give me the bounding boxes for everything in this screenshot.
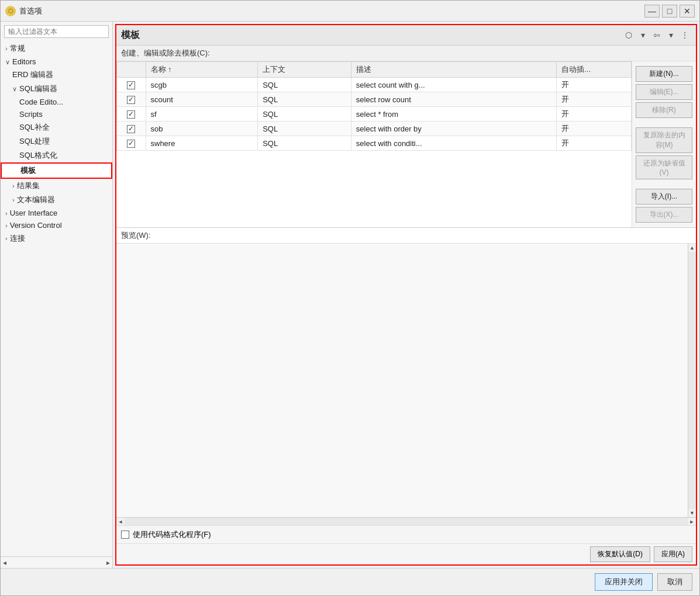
row-context-0: SQL xyxy=(258,78,351,92)
sidebar-item-sql-format[interactable]: SQL格式化 xyxy=(1,148,112,162)
checkbox-icon-2[interactable] xyxy=(127,110,135,119)
preview-label: 预览(W): xyxy=(116,228,696,244)
row-context-2: SQL xyxy=(258,107,351,122)
col-header-name[interactable]: 名称 ↑ xyxy=(146,62,258,78)
import-button[interactable]: 导入(I)... xyxy=(636,189,692,205)
preview-section: 预览(W): ▲ ▼ ◄ ► xyxy=(116,228,696,525)
remove-button[interactable]: 移除(R) xyxy=(636,102,692,118)
restore-removed-button[interactable]: 复原除去的内容(M) xyxy=(636,127,692,153)
sidebar-item-connection[interactable]: ›连接 xyxy=(1,231,112,245)
col-header-context[interactable]: 上下文 xyxy=(258,62,351,78)
toolbar-back-button[interactable]: ⇦ xyxy=(650,29,663,41)
restore-default-bar-button[interactable]: 恢复默认值(D) xyxy=(590,546,650,562)
template-table: 名称 ↑ 上下文 描述 自动插... scgb SQL xyxy=(116,61,632,151)
cancel-button[interactable]: 取消 xyxy=(657,573,692,591)
restore-bar: 恢复默认值(D) 应用(A) xyxy=(116,543,696,564)
sidebar-item-code-editor[interactable]: Code Edito... xyxy=(1,96,112,108)
row-desc-4: select with conditi... xyxy=(351,136,556,151)
row-checkbox-2[interactable] xyxy=(117,107,146,122)
row-auto-4: 开 xyxy=(557,136,632,151)
sidebar-bottom: ◂ ▸ xyxy=(1,556,112,568)
scroll-track-v xyxy=(688,252,696,509)
table-row[interactable]: sf SQL select * from 开 xyxy=(117,107,632,122)
sidebar: ›常规∨EditorsERD 编辑器∨SQL编辑器Code Edito...Sc… xyxy=(1,22,113,568)
window-controls: — □ ✕ xyxy=(644,5,695,18)
scroll-up-arrow[interactable]: ▲ xyxy=(688,244,696,252)
buttons-panel: 新建(N)... 编辑(E)... 移除(R) 复原除去的内容(M) 还原为缺省… xyxy=(632,61,696,227)
format-code-checkbox[interactable] xyxy=(121,531,129,539)
sidebar-item-scripts[interactable]: Scripts xyxy=(1,108,112,120)
col-header-desc[interactable]: 描述 xyxy=(351,62,556,78)
bottom-bar: 应用并关闭 取消 xyxy=(1,568,699,595)
col-header-check xyxy=(117,62,146,78)
checkbox-icon-4[interactable] xyxy=(127,140,135,148)
checkbox-icon-3[interactable] xyxy=(127,125,135,133)
template-section: 创建、编辑或除去模板(C): 名称 ↑ 上下文 描述 自动插... xyxy=(116,46,696,228)
apply-close-button[interactable]: 应用并关闭 xyxy=(595,573,653,591)
row-checkbox-3[interactable] xyxy=(117,122,146,136)
scroll-left-h-arrow[interactable]: ◄ xyxy=(116,518,125,526)
row-auto-3: 开 xyxy=(557,122,632,136)
sidebar-item-erd-editor[interactable]: ERD 编辑器 xyxy=(1,68,112,82)
row-checkbox-4[interactable] xyxy=(117,136,146,151)
scroll-left-arrow[interactable]: ◂ xyxy=(3,559,6,567)
close-button[interactable]: ✕ xyxy=(680,5,695,18)
scroll-down-arrow[interactable]: ▼ xyxy=(688,509,696,517)
sidebar-item-version-control[interactable]: ›Version Control xyxy=(1,219,112,231)
toolbar-pin-dropdown[interactable]: ▾ xyxy=(636,29,649,41)
panel-toolbar: ⬡ ▾ ⇦ ▾ ⋮ xyxy=(622,29,691,41)
filter-input[interactable] xyxy=(4,25,109,38)
row-checkbox-0[interactable] xyxy=(117,78,146,92)
template-table-wrapper: 名称 ↑ 上下文 描述 自动插... scgb SQL xyxy=(116,61,632,227)
col-header-auto[interactable]: 自动插... xyxy=(557,62,632,78)
edit-button[interactable]: 编辑(E)... xyxy=(636,84,692,100)
scroll-track-h xyxy=(125,518,688,525)
row-context-4: SQL xyxy=(258,136,351,151)
preview-content-wrapper: ▲ ▼ xyxy=(116,244,696,517)
minimize-button[interactable]: — xyxy=(644,5,660,18)
preview-scrollbar-h: ◄ ► xyxy=(116,517,696,525)
window-title: 首选项 xyxy=(19,6,644,16)
toolbar-back-dropdown[interactable]: ▾ xyxy=(664,29,677,41)
row-checkbox-1[interactable] xyxy=(117,92,146,107)
section-label: 创建、编辑或除去模板(C): xyxy=(116,46,696,61)
table-row[interactable]: sob SQL select with order by 开 xyxy=(117,122,632,136)
checkbox-icon-1[interactable] xyxy=(127,96,135,104)
table-row[interactable]: scgb SQL select count with g... 开 xyxy=(117,78,632,92)
row-context-1: SQL xyxy=(258,92,351,107)
row-auto-2: 开 xyxy=(557,107,632,122)
dialog-body: ›常规∨EditorsERD 编辑器∨SQL编辑器Code Edito...Sc… xyxy=(1,22,699,568)
row-auto-0: 开 xyxy=(557,78,632,92)
sidebar-item-sql-editor[interactable]: ∨SQL编辑器 xyxy=(1,82,112,96)
preview-scrollbar-v: ▲ ▼ xyxy=(688,244,696,517)
sidebar-item-template[interactable]: 模板 xyxy=(1,162,112,179)
new-button[interactable]: 新建(N)... xyxy=(636,66,692,82)
restore-default-button[interactable]: 还原为缺省值(V) xyxy=(636,155,692,179)
format-code-label: 使用代码格式化程序(F) xyxy=(133,529,211,540)
sidebar-item-user-interface[interactable]: ›User Interface xyxy=(1,207,112,219)
table-row[interactable]: swhere SQL select with conditi... 开 xyxy=(117,136,632,151)
apply-bar-button[interactable]: 应用(A) xyxy=(654,546,692,562)
toolbar-more-button[interactable]: ⋮ xyxy=(678,29,691,41)
sidebar-item-sql-complete[interactable]: SQL补全 xyxy=(1,120,112,134)
dialog-window: ⬡ 首选项 — □ ✕ ›常规∨EditorsERD 编辑器∨SQL编辑器Cod… xyxy=(0,0,700,596)
export-button[interactable]: 导出(X)... xyxy=(636,207,692,223)
sidebar-item-general[interactable]: ›常规 xyxy=(1,41,112,56)
sidebar-item-result-set[interactable]: ›结果集 xyxy=(1,179,112,193)
toolbar-pin-button[interactable]: ⬡ xyxy=(622,29,635,41)
preview-content[interactable] xyxy=(116,244,688,517)
row-context-3: SQL xyxy=(258,122,351,136)
sidebar-item-text-editor[interactable]: ›文本编辑器 xyxy=(1,193,112,207)
checkbox-icon-0[interactable] xyxy=(127,81,135,89)
sidebar-item-sql-process[interactable]: SQL处理 xyxy=(1,134,112,148)
maximize-button[interactable]: □ xyxy=(662,5,677,18)
table-row[interactable]: scount SQL select row count 开 xyxy=(117,92,632,107)
template-area: 名称 ↑ 上下文 描述 自动插... scgb SQL xyxy=(116,61,696,228)
scroll-right-h-arrow[interactable]: ► xyxy=(688,518,696,526)
window-icon: ⬡ xyxy=(5,6,16,16)
sidebar-item-editors[interactable]: ∨Editors xyxy=(1,56,112,68)
sidebar-tree: ›常规∨EditorsERD 编辑器∨SQL编辑器Code Edito...Sc… xyxy=(1,41,112,556)
title-bar: ⬡ 首选项 — □ ✕ xyxy=(1,1,699,22)
scroll-right-arrow[interactable]: ▸ xyxy=(106,559,110,567)
row-auto-1: 开 xyxy=(557,92,632,107)
